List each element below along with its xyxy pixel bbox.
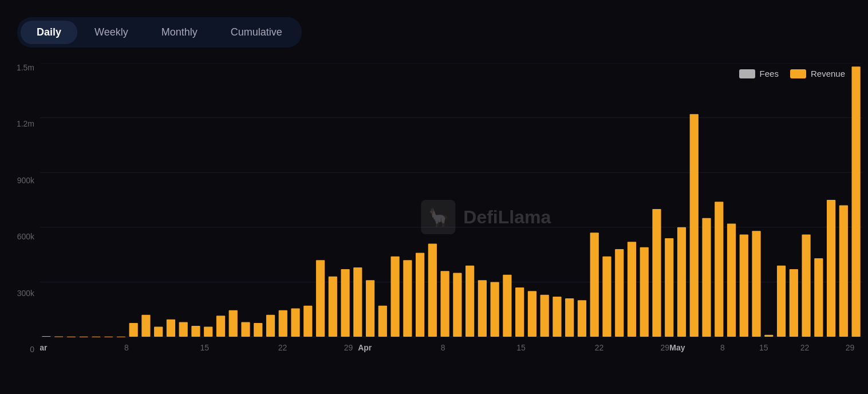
svg-rect-39 [453,273,461,337]
svg-text:29: 29 [846,343,855,352]
svg-rect-21 [229,310,238,337]
y-label-900k: 900k [6,176,34,185]
svg-text:Mar: Mar [40,343,48,352]
svg-rect-33 [378,306,387,337]
svg-rect-22 [241,322,250,337]
svg-rect-7 [54,337,63,337]
svg-rect-66 [790,269,798,337]
svg-rect-47 [553,297,561,337]
svg-rect-8 [67,337,76,337]
svg-rect-23 [254,323,262,337]
svg-rect-37 [428,243,437,337]
svg-rect-53 [628,242,636,337]
svg-rect-65 [777,266,786,337]
tab-weekly[interactable]: Weekly [78,21,144,44]
svg-rect-64 [764,335,773,337]
svg-text:Apr: Apr [358,343,372,352]
svg-rect-12 [117,337,125,337]
svg-rect-58 [690,114,699,337]
svg-text:May: May [669,343,685,352]
svg-rect-40 [465,266,474,337]
svg-rect-11 [104,337,113,337]
svg-rect-35 [403,260,412,337]
svg-text:29: 29 [344,343,353,352]
svg-rect-15 [154,326,163,337]
svg-rect-51 [602,257,611,337]
svg-rect-71 [852,66,861,337]
svg-rect-45 [528,291,536,337]
tab-cumulative[interactable]: Cumulative [215,21,298,44]
svg-rect-55 [652,209,661,337]
svg-rect-34 [390,257,399,337]
svg-rect-46 [540,295,549,337]
chart-area: 1.5m 1.2m 900k 600k 300k 0 Mar8152229Apr… [0,63,868,371]
y-label-0: 0 [6,345,34,354]
bars-container: Mar8152229Apr8152229May8152229 [40,63,862,354]
svg-text:22: 22 [595,343,604,352]
svg-rect-32 [366,280,374,337]
svg-rect-14 [141,315,150,337]
tab-monthly[interactable]: Monthly [145,21,214,44]
svg-rect-18 [191,326,200,337]
svg-rect-48 [565,298,574,337]
svg-rect-42 [491,282,499,337]
svg-text:22: 22 [800,343,810,352]
svg-text:15: 15 [516,343,526,352]
svg-rect-50 [590,233,599,337]
svg-rect-24 [266,315,275,337]
svg-text:29: 29 [661,343,670,352]
tab-daily[interactable]: Daily [21,21,77,44]
svg-text:8: 8 [441,343,445,352]
svg-rect-67 [802,235,810,337]
svg-rect-57 [677,227,686,337]
svg-rect-25 [279,310,287,337]
y-label-1.2m: 1.2m [6,119,34,128]
y-label-300k: 300k [6,289,34,298]
svg-rect-26 [291,309,299,337]
svg-rect-62 [740,235,748,337]
svg-rect-68 [814,258,823,337]
svg-rect-20 [216,316,225,337]
svg-text:8: 8 [124,343,129,352]
svg-rect-29 [329,277,337,337]
svg-text:15: 15 [200,343,209,352]
svg-rect-6 [42,336,50,337]
svg-rect-52 [615,249,624,337]
svg-rect-60 [715,202,723,337]
svg-rect-38 [441,271,449,337]
tab-bar: Daily Weekly Monthly Cumulative [17,17,302,48]
svg-rect-43 [503,275,511,337]
svg-rect-49 [578,300,586,337]
svg-rect-30 [341,269,349,337]
svg-rect-27 [303,306,312,337]
svg-rect-10 [92,337,100,337]
svg-rect-9 [80,337,88,337]
svg-text:15: 15 [759,343,768,352]
svg-text:22: 22 [278,343,287,352]
y-label-1.5m: 1.5m [6,63,34,72]
chart-svg: Mar8152229Apr8152229May8152229 [40,63,862,354]
y-label-600k: 600k [6,232,34,241]
svg-rect-70 [839,206,848,337]
svg-rect-59 [702,218,711,337]
svg-rect-16 [167,320,175,337]
svg-rect-56 [665,238,673,337]
svg-rect-54 [640,247,649,337]
svg-rect-61 [727,223,736,337]
svg-rect-44 [515,287,524,337]
svg-rect-63 [752,231,760,337]
svg-rect-13 [129,323,138,337]
svg-rect-69 [827,200,835,337]
y-axis: 1.5m 1.2m 900k 600k 300k 0 [0,63,40,371]
svg-rect-17 [179,322,188,337]
svg-rect-41 [478,280,487,337]
svg-text:8: 8 [720,343,725,352]
svg-rect-31 [353,267,362,337]
svg-rect-28 [316,260,325,337]
svg-rect-36 [416,253,424,337]
svg-rect-19 [204,326,212,337]
